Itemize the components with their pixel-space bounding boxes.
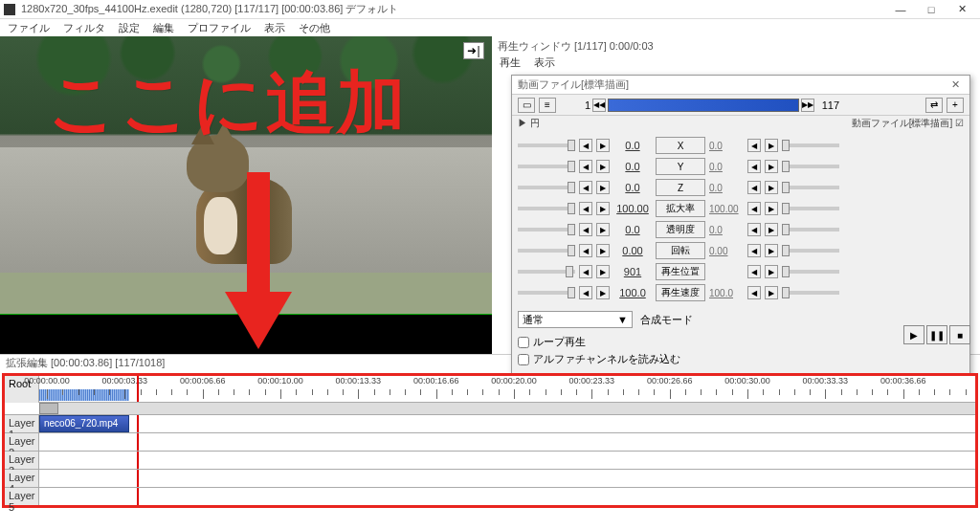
layer-track[interactable]: [39, 488, 975, 505]
layer-track[interactable]: [39, 470, 975, 487]
slider-right[interactable]: [782, 291, 839, 295]
value-left[interactable]: 901: [613, 266, 652, 277]
value-right[interactable]: 0.0: [709, 141, 744, 151]
blend-mode-combo[interactable]: 通常▼: [518, 311, 633, 328]
layer-label[interactable]: Layer 1: [5, 415, 39, 432]
step-inc-right[interactable]: ▶: [765, 223, 778, 236]
timeline-scrollbar[interactable]: [39, 403, 975, 414]
param-label[interactable]: 回転: [656, 242, 705, 259]
step-dec-right[interactable]: ◀: [747, 286, 761, 299]
playhead[interactable]: [137, 376, 139, 402]
param-label[interactable]: 拡大率: [656, 200, 705, 217]
slider-right[interactable]: [782, 249, 839, 253]
slider-right[interactable]: [782, 207, 839, 210]
frame-prev-fast[interactable]: ◀◀: [592, 99, 606, 112]
step-dec-left[interactable]: ◀: [579, 202, 592, 215]
step-inc-left[interactable]: ▶: [596, 139, 610, 152]
step-dec-left[interactable]: ◀: [579, 286, 592, 299]
param-label[interactable]: Z: [656, 179, 705, 196]
layer-label[interactable]: Layer 4: [5, 470, 39, 487]
layer-track[interactable]: [39, 452, 975, 469]
stop-button[interactable]: ■: [949, 325, 970, 344]
tool-layers-icon[interactable]: ▭: [518, 98, 535, 113]
value-left[interactable]: 0.0: [613, 140, 652, 151]
preview-video[interactable]: ➜|: [0, 36, 492, 314]
slider-left[interactable]: [518, 207, 575, 210]
step-inc-left[interactable]: ▶: [596, 202, 610, 215]
value-right[interactable]: 0.0: [709, 183, 744, 193]
step-dec-right[interactable]: ◀: [747, 244, 761, 257]
video-clip[interactable]: neco06_720.mp4: [39, 415, 129, 432]
close-button[interactable]: ✕: [947, 1, 976, 18]
step-inc-left[interactable]: ▶: [596, 286, 610, 299]
param-label[interactable]: Y: [656, 158, 705, 175]
slider-right[interactable]: [782, 270, 839, 274]
value-right[interactable]: 0.0: [709, 225, 744, 235]
tool-plus-icon[interactable]: +: [947, 98, 964, 113]
playhead[interactable]: [137, 470, 139, 487]
step-inc-right[interactable]: ▶: [765, 181, 778, 194]
step-inc-right[interactable]: ▶: [765, 160, 778, 173]
minimize-button[interactable]: —: [886, 1, 915, 18]
step-inc-left[interactable]: ▶: [596, 181, 610, 194]
step-inc-left[interactable]: ▶: [596, 160, 610, 173]
step-inc-left[interactable]: ▶: [596, 265, 610, 278]
pause-button[interactable]: ❚❚: [926, 325, 947, 344]
step-dec-left[interactable]: ◀: [579, 265, 592, 278]
param-label[interactable]: 透明度: [656, 221, 705, 238]
value-left[interactable]: 0.0: [613, 182, 652, 193]
playhead[interactable]: [137, 433, 139, 451]
step-dec-right[interactable]: ◀: [747, 160, 761, 173]
param-label[interactable]: X: [656, 137, 705, 154]
value-left[interactable]: 100.00: [613, 203, 652, 214]
slider-left[interactable]: [518, 143, 575, 147]
layer-label[interactable]: Layer 3: [5, 452, 39, 469]
value-left[interactable]: 100.0: [613, 287, 652, 298]
props-subhead-left[interactable]: ▶ 円: [518, 117, 540, 130]
step-inc-right[interactable]: ▶: [765, 139, 778, 152]
step-dec-left[interactable]: ◀: [579, 244, 592, 257]
layer-label[interactable]: Layer 2: [5, 433, 39, 451]
step-dec-left[interactable]: ◀: [579, 160, 592, 173]
layer-track[interactable]: [39, 433, 975, 451]
alpha-checkbox[interactable]: アルファチャンネルを読み込む: [512, 352, 969, 366]
step-dec-right[interactable]: ◀: [747, 265, 761, 278]
slider-right[interactable]: [782, 186, 839, 189]
menu-view[interactable]: 表示: [264, 21, 285, 35]
slider-left[interactable]: [518, 291, 575, 295]
frame-slider[interactable]: [608, 99, 799, 112]
value-left[interactable]: 0.0: [613, 224, 652, 235]
menu-other[interactable]: その他: [299, 21, 330, 35]
value-right[interactable]: 100.0: [709, 288, 744, 298]
layer-label[interactable]: Layer 5: [5, 488, 39, 505]
slider-left[interactable]: [518, 228, 575, 231]
step-dec-left[interactable]: ◀: [579, 181, 592, 194]
param-label[interactable]: 再生位置: [656, 263, 705, 280]
jump-icon[interactable]: ➜|: [463, 42, 484, 59]
maximize-button[interactable]: □: [917, 1, 946, 18]
value-left[interactable]: 0.00: [613, 245, 652, 256]
tool-swap-icon[interactable]: ⇄: [925, 98, 943, 113]
slider-left[interactable]: [518, 165, 575, 168]
value-right[interactable]: 0.0: [709, 162, 744, 172]
step-inc-left[interactable]: ▶: [596, 223, 610, 236]
slider-right[interactable]: [782, 228, 839, 231]
step-dec-right[interactable]: ◀: [747, 223, 761, 236]
playhead[interactable]: [137, 452, 139, 469]
layer-track[interactable]: neco06_720.mp4: [39, 415, 975, 432]
slider-left[interactable]: [518, 186, 575, 189]
value-right[interactable]: 0.00: [709, 246, 744, 256]
playhead[interactable]: [137, 488, 139, 505]
timeline-ruler[interactable]: 00:00:00.0000:00:03.3300:00:06.6600:00:1…: [39, 376, 975, 403]
step-dec-right[interactable]: ◀: [747, 202, 761, 215]
menu-profile[interactable]: プロファイル: [188, 21, 251, 35]
step-dec-left[interactable]: ◀: [579, 223, 592, 236]
props-close-button[interactable]: ✕: [947, 78, 964, 91]
tool-list-icon[interactable]: ≡: [539, 98, 556, 113]
menu-file[interactable]: ファイル: [8, 21, 50, 35]
step-inc-left[interactable]: ▶: [596, 244, 610, 257]
menu-edit[interactable]: 編集: [153, 21, 174, 35]
step-dec-left[interactable]: ◀: [579, 139, 592, 152]
playhead[interactable]: [137, 415, 139, 432]
play-menu-view[interactable]: 表示: [534, 55, 555, 71]
